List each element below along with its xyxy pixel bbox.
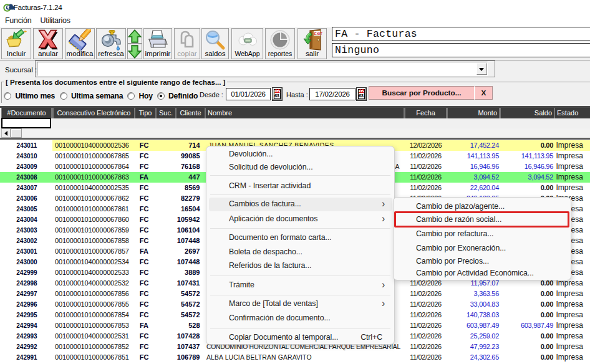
svg-text:EXIT: EXIT [314, 32, 322, 36]
